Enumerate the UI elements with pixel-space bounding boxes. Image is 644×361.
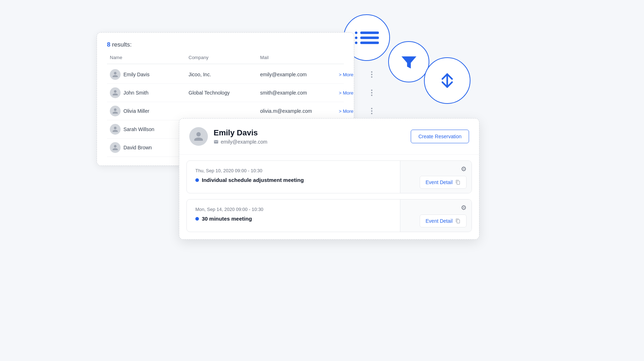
gear-icon[interactable]: ⚙ [461,204,467,212]
mail-cell: olivia.m@example.com [260,108,339,114]
mail-cell: emily@example.com [260,72,339,77]
col-mail: Mail [260,55,339,60]
name-cell: Sarah Willson [110,124,189,135]
col-name: Name [110,55,189,60]
event-card: Thu, Sep 10, 2020 09:00 - 10:30 Individu… [186,160,472,193]
detail-header: Emily Davis emily@example.com Create Res… [179,119,479,155]
avatar [110,87,121,98]
results-count: 8 results: [107,41,344,48]
gear-icon[interactable]: ⚙ [461,165,467,173]
row-menu-button[interactable] [367,107,376,115]
user-avatar [189,127,208,146]
company-cell: Global Technology [189,90,260,96]
avatar [110,69,121,80]
user-info: Emily Davis emily@example.com [214,128,267,145]
event-right: ⚙ Event Detail [400,161,472,193]
company-cell: Jicoo, Inc. [189,72,260,77]
table-row: John Smith Global Technology smith@examp… [107,84,344,102]
name-cell: Emily Davis [110,69,189,80]
svg-marker-0 [401,56,416,68]
col-company: Company [189,55,260,60]
event-date: Mon, Sep 14, 2020 09:00 - 10:30 [195,207,391,212]
more-link[interactable]: > More [339,90,367,96]
more-link[interactable]: > More [339,72,367,77]
table-header: Name Company Mail [107,55,344,64]
event-detail-button[interactable]: Event Detail [420,176,467,189]
detail-panel: Emily Davis emily@example.com Create Res… [179,118,479,240]
user-email: emily@example.com [214,139,267,145]
name-cell: John Smith [110,87,189,98]
event-left: Mon, Sep 14, 2020 09:00 - 10:30 30 minut… [187,199,400,232]
mail-cell: smith@example.com [260,90,339,96]
event-title: 30 minutes meeting [195,216,391,222]
event-title: Individual schedule adjustment meeting [195,177,391,183]
event-left: Thu, Sep 10, 2020 09:00 - 10:30 Individu… [187,161,400,193]
table-row: Olivia Miller olivia.m@example.com > Mor… [107,102,344,120]
avatar [110,106,121,116]
name-cell: Olivia Miller [110,106,189,116]
row-menu-button[interactable] [367,88,376,97]
more-link[interactable]: > More [339,109,367,114]
event-date: Thu, Sep 10, 2020 09:00 - 10:30 [195,168,391,173]
avatar [110,124,121,135]
user-name: Emily Davis [214,128,267,138]
scene: 8 results: Name Company Mail Emily Davis… [0,0,644,361]
sort-circle-icon [424,57,470,104]
row-menu-button[interactable] [367,70,376,79]
detail-user: Emily Davis emily@example.com [189,127,267,146]
filter-circle-icon [388,41,429,82]
create-reservation-button[interactable]: Create Reservation [411,130,469,143]
results-label: results: [110,41,132,48]
table-row: Emily Davis Jicoo, Inc. emily@example.co… [107,66,344,84]
event-detail-button[interactable]: Event Detail [420,215,467,227]
event-card: Mon, Sep 14, 2020 09:00 - 10:30 30 minut… [186,199,472,232]
avatar [110,142,121,153]
event-dot [195,178,199,182]
name-cell: David Brown [110,142,189,153]
event-right: ⚙ Event Detail [400,199,472,232]
event-dot [195,217,199,221]
